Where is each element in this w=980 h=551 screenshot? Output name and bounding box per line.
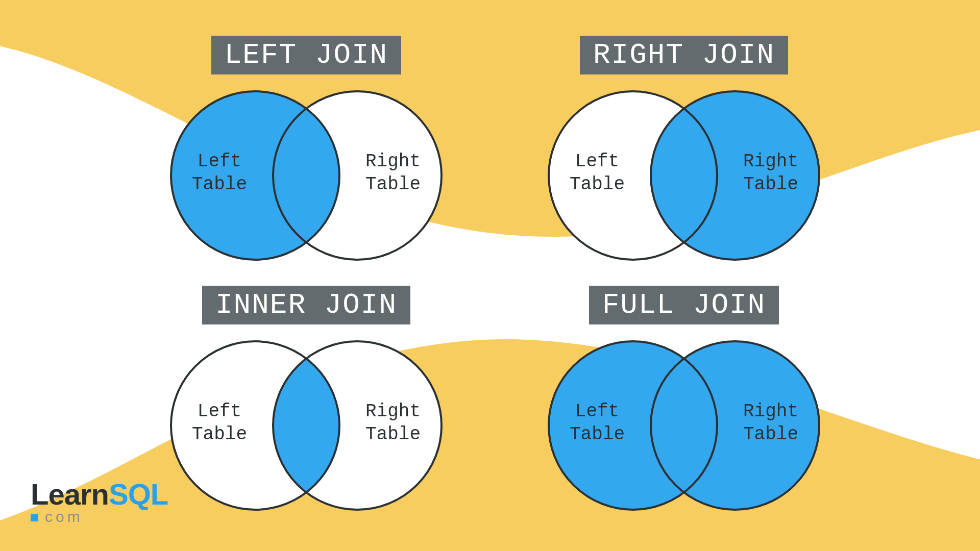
full-join-block: FULL JOIN Left Table Right Table [500, 286, 868, 517]
left-join-title: LEFT JOIN [211, 36, 401, 74]
right-join-title: RIGHT JOIN [580, 36, 788, 74]
full-join-left-label: Left Table [546, 400, 648, 446]
logo-wordmark: LearnSQL [31, 477, 168, 511]
inner-join-right-label: Right Table [342, 400, 444, 446]
right-join-left-label: Left Table [546, 150, 648, 196]
left-join-venn: Left Table Right Table [122, 84, 490, 267]
left-join-block: LEFT JOIN Left Table Right Table [122, 36, 490, 267]
diagram-stage: LEFT JOIN Left Table Right Table RIGHT J… [0, 0, 980, 551]
logo-dot-icon [31, 514, 38, 521]
logo-text-sql: SQL [109, 478, 168, 511]
full-join-venn: Left Table Right Table [500, 334, 868, 517]
full-join-right-label: Right Table [720, 400, 822, 446]
full-join-title: FULL JOIN [589, 286, 779, 324]
logo-suffix-text: com [45, 508, 83, 525]
inner-join-left-label: Left Table [168, 400, 271, 446]
inner-join-block: INNER JOIN Left Table Right Table [122, 286, 490, 517]
left-join-left-label: Left Table [168, 150, 271, 196]
right-join-right-label: Right Table [720, 150, 822, 196]
right-join-block: RIGHT JOIN Left Table Right Table [500, 36, 868, 267]
right-join-venn: Left Table Right Table [500, 84, 868, 267]
inner-join-venn: Left Table Right Table [122, 334, 490, 517]
logo-text-learn: Learn [31, 478, 109, 511]
learnsql-logo: LearnSQL com [31, 477, 168, 525]
left-join-right-label: Right Table [342, 150, 444, 196]
inner-join-title: INNER JOIN [202, 286, 410, 324]
